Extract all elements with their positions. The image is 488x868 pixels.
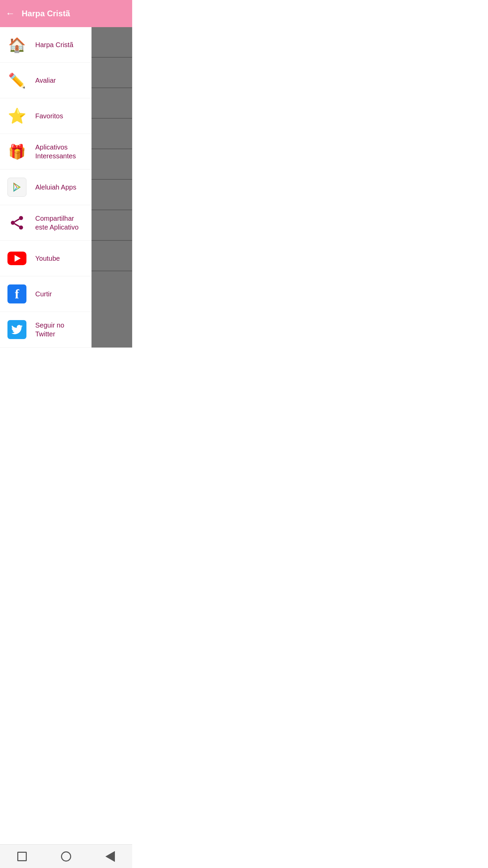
menu-item-aleluiah-apps[interactable]: Aleluiah Apps (0, 170, 92, 205)
menu-item-favoritos[interactable]: ⭐ Favoritos (0, 98, 92, 134)
menu-label-youtube: Youtube (35, 254, 60, 263)
side-row-5 (92, 149, 132, 180)
menu-label-twitter: Seguir no Twitter (35, 321, 85, 338)
header-title: Harpa Cristã (22, 9, 70, 18)
menu-label-harpa-crista: Harpa Cristã (35, 40, 73, 49)
menu-label-avaliar: Avaliar (35, 76, 56, 85)
side-row-6 (92, 180, 132, 210)
square-icon (17, 852, 27, 861)
bottom-nav (0, 844, 132, 868)
app-header: ← Harpa Cristã (0, 0, 132, 27)
side-row-7 (92, 210, 132, 241)
menu-list: 🏠 Harpa Cristã ✏️ Avaliar ⭐ Favoritos 🎁 … (0, 27, 92, 348)
menu-label-favoritos: Favoritos (35, 112, 63, 120)
menu-label-aplicativos: Aplicativos Interessantes (35, 143, 85, 160)
menu-item-youtube[interactable]: Youtube (0, 241, 92, 276)
menu-label-aleluiah-apps: Aleluiah Apps (35, 183, 76, 192)
side-row-9 (92, 271, 132, 302)
menu-item-twitter[interactable]: Seguir no Twitter (0, 312, 92, 348)
share-icon (7, 213, 27, 233)
star-icon: ⭐ (7, 106, 27, 126)
triangle-icon (105, 851, 115, 862)
pencil-icon: ✏️ (7, 70, 27, 91)
side-row-3 (92, 88, 132, 119)
youtube-icon (7, 248, 27, 269)
side-row-4 (92, 119, 132, 149)
svg-point-6 (19, 225, 23, 230)
menu-item-compartilhar[interactable]: Compartilhar este Aplicativo (0, 205, 92, 241)
playstore-icon (7, 177, 27, 197)
side-panel (92, 27, 132, 348)
menu-item-harpa-crista[interactable]: 🏠 Harpa Cristã (0, 27, 92, 63)
nav-recent-button[interactable] (14, 848, 30, 865)
menu-item-avaliar[interactable]: ✏️ Avaliar (0, 63, 92, 98)
menu-item-curtir[interactable]: f Curtir (0, 276, 92, 312)
svg-point-5 (11, 221, 15, 225)
nav-back-button[interactable] (102, 848, 119, 865)
menu-label-compartilhar: Compartilhar este Aplicativo (35, 214, 85, 232)
menu-item-aplicativos[interactable]: 🎁 Aplicativos Interessantes (0, 134, 92, 170)
facebook-icon: f (7, 284, 27, 304)
side-row-8 (92, 241, 132, 271)
twitter-icon (7, 319, 27, 340)
svg-line-8 (15, 219, 19, 222)
back-button[interactable]: ← (5, 8, 15, 19)
svg-point-4 (19, 216, 23, 220)
content-wrapper: 🏠 Harpa Cristã ✏️ Avaliar ⭐ Favoritos 🎁 … (0, 27, 132, 371)
house-icon: 🏠 (7, 35, 27, 55)
side-row-2 (92, 58, 132, 88)
gift-icon: 🎁 (7, 141, 27, 162)
circle-icon (61, 851, 71, 862)
side-row-1 (92, 27, 132, 58)
nav-home-button[interactable] (58, 848, 75, 865)
menu-label-curtir: Curtir (35, 290, 52, 298)
svg-line-7 (15, 224, 19, 226)
